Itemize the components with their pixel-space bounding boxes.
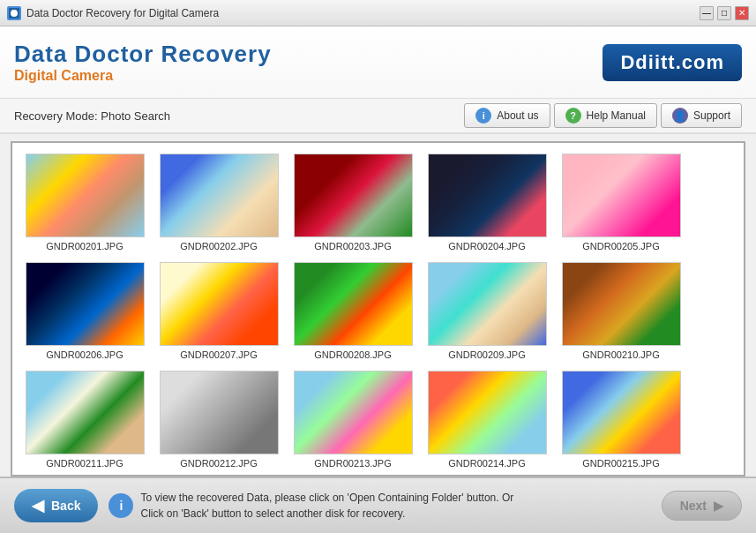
info-text: To view the recovered Data, please click… [140,490,513,522]
window-controls: — □ ✕ [700,6,749,20]
photo-thumbnail [428,371,547,454]
list-item[interactable]: GNDR00212.JPG [157,371,281,469]
help-label: Help Manual [587,109,646,122]
about-label: About us [497,109,538,122]
photo-thumbnail [160,154,279,237]
support-icon: 👤 [672,108,688,124]
photo-filename: GNDR00210.JPG [582,349,659,360]
list-item[interactable]: GNDR00206.JPG [23,262,146,360]
list-item[interactable]: GNDR00208.JPG [291,262,415,360]
info-circle-icon: i [109,493,133,518]
photo-filename: GNDR00202.JPG [180,241,257,251]
photo-grid: GNDR00201.JPGGNDR00202.JPGGNDR00203.JPGG… [12,143,744,475]
header-logo: Ddiitt.com [603,44,742,81]
photo-filename: GNDR00201.JPG [46,241,123,251]
photo-thumbnail [160,262,279,346]
photo-filename: GNDR00204.JPG [448,241,525,251]
list-item[interactable]: GNDR00204.JPG [425,154,549,251]
app-icon [7,6,21,20]
photo-filename: GNDR00205.JPG [582,241,659,251]
help-icon: ? [565,108,581,124]
info-section: i To view the recovered Data, please cli… [109,490,650,522]
photo-filename: GNDR00209.JPG [448,349,525,360]
photo-filename: GNDR00203.JPG [314,241,391,251]
photo-filename: GNDR00215.JPG [582,458,659,469]
minimize-button[interactable]: — [700,6,714,20]
back-button[interactable]: ◀ Back [14,489,98,522]
photo-thumbnail [26,154,145,237]
window-title: Data Doctor Recovery for Digital Camera [26,7,219,19]
next-arrow-icon: ▶ [714,499,723,513]
photo-thumbnail [294,154,413,237]
photo-thumbnail [294,262,413,346]
list-item[interactable]: GNDR00215.JPG [559,371,683,469]
photo-filename: GNDR00211.JPG [46,458,123,469]
list-item[interactable]: GNDR00209.JPG [425,262,549,360]
app-title: Data Doctor Recovery Digital Camera [14,41,272,84]
list-item[interactable]: GNDR00201.JPG [23,154,146,251]
list-item[interactable]: GNDR00207.JPG [157,262,281,360]
photo-filename: GNDR00212.JPG [180,458,257,469]
next-button: Next ▶ [662,491,742,521]
photo-thumbnail [562,371,681,454]
help-manual-button[interactable]: ? Help Manual [554,103,657,128]
title-bar: Data Doctor Recovery for Digital Camera … [0,0,756,26]
photo-filename: GNDR00208.JPG [314,349,391,360]
app-title-sub: Digital Camera [14,68,272,84]
list-item[interactable]: GNDR00211.JPG [23,371,146,469]
app-title-main: Data Doctor Recovery [14,41,272,68]
list-item[interactable]: GNDR00214.JPG [425,371,549,469]
photo-filename: GNDR00206.JPG [46,349,123,360]
about-button[interactable]: i About us [464,103,550,128]
nav-bar: Recovery Mode: Photo Search i About us ?… [0,99,756,134]
photo-thumbnail [294,371,413,454]
photo-thumbnail [562,262,681,346]
next-label: Next [680,499,707,513]
list-item[interactable]: GNDR00213.JPG [291,371,415,469]
app-header: Data Doctor Recovery Digital Camera Ddii… [0,26,756,99]
list-item[interactable]: GNDR00205.JPG [559,154,683,251]
nav-buttons: i About us ? Help Manual 👤 Support [464,103,742,128]
close-button[interactable]: ✕ [735,6,749,20]
back-label: Back [51,499,80,513]
photo-thumbnail [428,262,547,346]
maximize-button[interactable]: □ [717,6,731,20]
recovery-mode-label: Recovery Mode: Photo Search [14,109,170,123]
photo-filename: GNDR00214.JPG [448,458,525,469]
photo-thumbnail [428,154,547,237]
support-label: Support [693,109,730,122]
list-item[interactable]: GNDR00203.JPG [291,154,415,251]
list-item[interactable]: GNDR00210.JPG [559,262,683,360]
back-arrow-icon: ◀ [32,496,44,515]
list-item[interactable]: GNDR00202.JPG [157,154,281,251]
photo-filename: GNDR00213.JPG [314,458,391,469]
main-content-area: GNDR00201.JPGGNDR00202.JPGGNDR00203.JPGG… [11,141,745,477]
photo-thumbnail [26,262,145,346]
photo-filename: GNDR00207.JPG [180,349,257,360]
photo-thumbnail [562,154,681,237]
support-button[interactable]: 👤 Support [661,103,742,128]
photo-thumbnail [26,371,145,454]
svg-point-1 [11,10,18,17]
info-icon: i [475,108,491,124]
bottom-bar: ◀ Back i To view the recovered Data, ple… [0,477,756,533]
photo-thumbnail [160,371,279,454]
